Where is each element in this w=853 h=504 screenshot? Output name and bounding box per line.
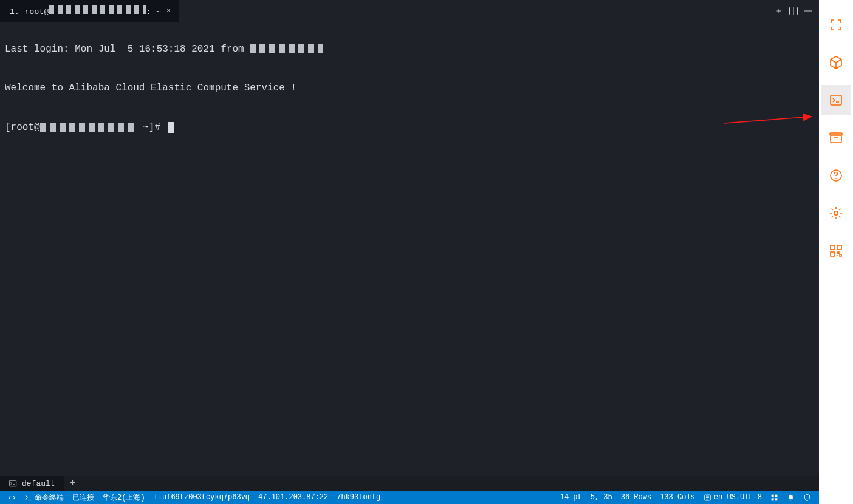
svg-point-14 <box>835 178 837 179</box>
prompt-host-masked <box>40 123 137 132</box>
svg-rect-6 <box>772 494 774 497</box>
svg-rect-4 <box>9 480 16 486</box>
status-shield-icon[interactable] <box>799 491 815 504</box>
session-tab-label: default <box>22 479 55 488</box>
split-vertical-icon[interactable] <box>787 5 800 17</box>
close-tab-button[interactable]: × <box>165 6 172 16</box>
status-cursor-pos[interactable]: 5, 35 <box>586 491 617 504</box>
svg-rect-9 <box>775 498 777 500</box>
sidebar-terminal[interactable] <box>821 85 851 115</box>
add-session-button[interactable]: + <box>64 476 82 491</box>
right-sidebar <box>819 0 853 504</box>
terminal-icon <box>9 479 17 488</box>
status-remote-icon[interactable] <box>4 491 20 504</box>
new-tab-icon[interactable] <box>773 5 785 17</box>
svg-rect-16 <box>831 245 835 250</box>
svg-rect-11 <box>831 135 841 143</box>
status-short-id[interactable]: 7hk93tonfg <box>332 491 385 504</box>
svg-point-15 <box>834 211 838 215</box>
sidebar-fullscreen[interactable] <box>821 10 851 40</box>
svg-rect-17 <box>837 245 841 250</box>
status-bar: 命令终端 已连接 华东2(上海) i-uf69fz003tcykq7p63vq … <box>0 491 819 504</box>
status-connection[interactable]: 已连接 <box>68 491 98 504</box>
svg-rect-10 <box>831 95 841 105</box>
svg-rect-12 <box>830 133 842 135</box>
terminal-cursor <box>168 122 174 133</box>
status-font-size[interactable]: 14 pt <box>556 491 586 504</box>
from-ip-masked <box>250 44 323 53</box>
hostname-masked <box>49 5 146 14</box>
terminal-tab-title: 1. root@: ~ <box>10 5 161 16</box>
svg-rect-8 <box>772 498 774 500</box>
session-bar: default + <box>0 476 819 491</box>
terminal-area[interactable]: Last login: Mon Jul 5 16:53:18 2021 from… <box>0 22 819 476</box>
svg-rect-7 <box>775 494 777 497</box>
sidebar-cube[interactable] <box>821 47 851 78</box>
sidebar-settings[interactable] <box>821 198 851 228</box>
session-tab-default[interactable]: default <box>0 476 64 491</box>
status-encoding[interactable]: en_US.UTF-8 <box>699 491 766 504</box>
terminal-output: Last login: Mon Jul 5 16:53:18 2021 from… <box>0 22 819 168</box>
main-pane: 1. root@: ~ × Last login: Mon Jul 5 16:5… <box>0 0 819 504</box>
split-horizontal-icon[interactable] <box>802 5 814 17</box>
status-rows[interactable]: 36 Rows <box>617 491 656 504</box>
sidebar-help[interactable] <box>821 160 851 191</box>
status-terminal-label[interactable]: 命令终端 <box>20 491 68 504</box>
status-region[interactable]: 华东2(上海) <box>98 491 149 504</box>
sidebar-qrcode[interactable] <box>821 236 851 266</box>
status-bell-icon[interactable] <box>783 491 799 504</box>
status-ip[interactable]: 47.101.203.87:22 <box>254 491 332 504</box>
terminal-tabbar: 1. root@: ~ × <box>0 0 819 22</box>
status-instance-id[interactable]: i-uf69fz003tcykq7p63vq <box>149 491 254 504</box>
status-cols[interactable]: 133 Cols <box>656 491 699 504</box>
status-grid-icon[interactable] <box>766 491 783 504</box>
tabbar-actions <box>773 5 819 17</box>
terminal-tab-1[interactable]: 1. root@: ~ × <box>0 0 179 22</box>
sidebar-archive[interactable] <box>821 123 851 153</box>
svg-rect-18 <box>831 252 835 256</box>
